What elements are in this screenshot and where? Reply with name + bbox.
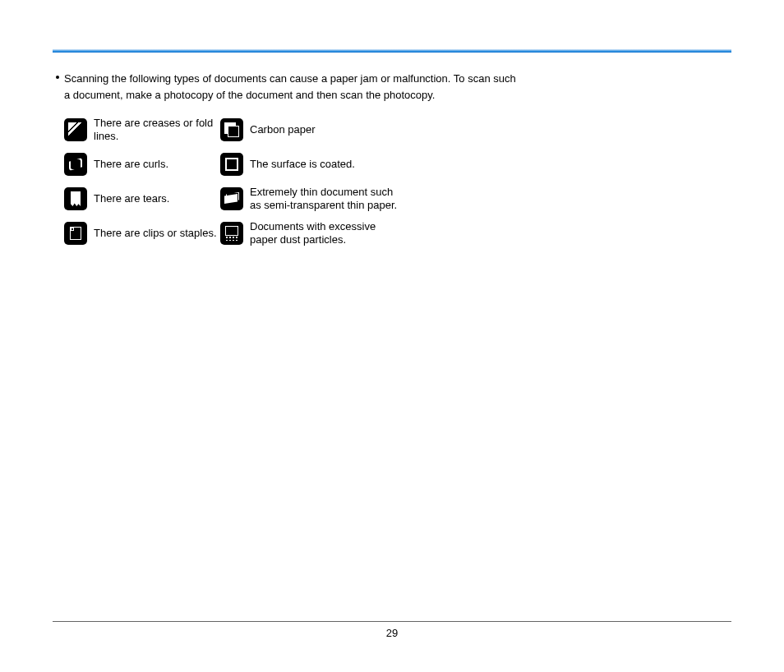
curl-icon	[64, 153, 87, 176]
list-item: Carbon paper	[220, 113, 401, 147]
list-item: Documents with excessive paper dust part…	[220, 216, 401, 251]
carbon-icon	[220, 118, 243, 141]
page-number: 29	[386, 627, 398, 639]
item-label: There are curls.	[94, 158, 168, 171]
list-item: There are creases or fold lines.	[64, 113, 220, 147]
left-column: There are creases or fold lines. There a…	[64, 113, 220, 251]
item-label: The surface is coated.	[250, 158, 355, 171]
right-column: Carbon paper The surface is coated. Extr…	[220, 113, 401, 251]
intro-text: Scanning the following types of document…	[64, 71, 524, 103]
item-label: Carbon paper	[250, 123, 316, 136]
bullet-icon	[56, 76, 59, 79]
document-page: Scanning the following types of document…	[0, 0, 784, 672]
crease-icon	[64, 118, 87, 141]
footer-rule	[53, 621, 731, 622]
item-label: There are tears.	[94, 192, 170, 205]
list-item: Extremely thin document such as semi-tra…	[220, 182, 401, 216]
content-area: Scanning the following types of document…	[53, 71, 731, 251]
coated-icon	[220, 153, 243, 176]
item-label: There are creases or fold lines.	[94, 117, 220, 144]
list-item: There are clips or staples.	[64, 216, 220, 251]
list-item: The surface is coated.	[220, 147, 401, 182]
page-footer: 29	[53, 621, 731, 639]
dust-icon	[220, 222, 243, 245]
list-item: There are curls.	[64, 147, 220, 182]
item-label: There are clips or staples.	[94, 227, 217, 240]
warning-grid: There are creases or fold lines. There a…	[64, 113, 731, 251]
list-item: There are tears.	[64, 182, 220, 216]
intro-bullet: Scanning the following types of document…	[56, 71, 731, 103]
thin-icon	[220, 187, 243, 210]
item-label: Extremely thin document such as semi-tra…	[250, 186, 401, 213]
header-rule	[53, 49, 731, 53]
clip-icon	[64, 222, 87, 245]
item-label: Documents with excessive paper dust part…	[250, 220, 401, 247]
tear-icon	[64, 187, 87, 210]
